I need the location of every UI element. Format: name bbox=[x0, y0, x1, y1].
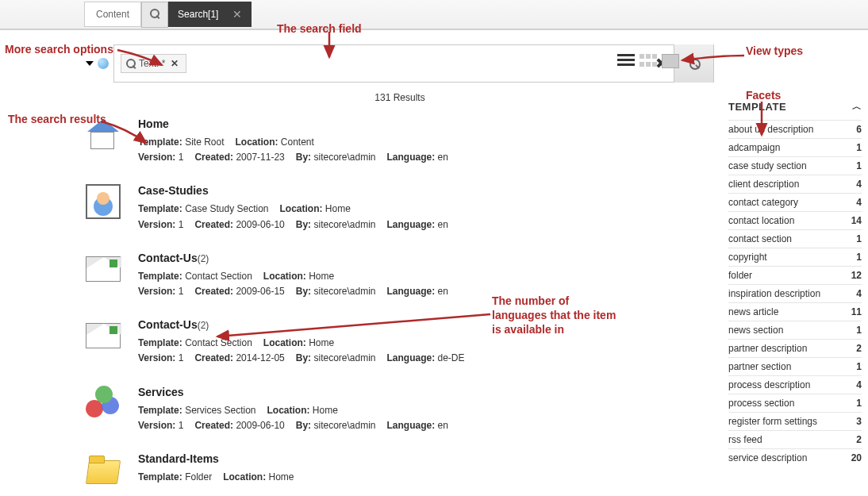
facet-count: 6 bbox=[856, 124, 862, 135]
facet-count: 1 bbox=[856, 398, 862, 409]
mail-icon bbox=[86, 323, 121, 348]
tab-search-label: Search[1] bbox=[178, 9, 218, 20]
home-icon bbox=[86, 117, 121, 152]
facet-item[interactable]: news article11 bbox=[728, 302, 862, 321]
facet-item[interactable]: news section1 bbox=[728, 321, 862, 339]
facet-label: partner description bbox=[728, 343, 807, 354]
facet-label: adcampaign bbox=[728, 142, 780, 153]
close-icon[interactable]: ✕ bbox=[232, 8, 242, 21]
facet-count: 2 bbox=[856, 343, 862, 354]
facet-item[interactable]: contact section1 bbox=[728, 229, 862, 248]
result-item[interactable]: Contact-Us(2)Template: Contact SectionLo… bbox=[86, 318, 714, 366]
tab-search-active[interactable]: Search[1] ✕ bbox=[168, 2, 252, 27]
facet-count: 4 bbox=[856, 379, 862, 390]
more-search-options-toggle[interactable] bbox=[86, 58, 109, 69]
facet-count: 1 bbox=[856, 361, 862, 372]
chevron-down-icon bbox=[86, 61, 94, 66]
facet-label: client description bbox=[728, 179, 799, 190]
facet-item[interactable]: process section1 bbox=[728, 394, 862, 412]
facet-item[interactable]: folder12 bbox=[728, 266, 862, 284]
facet-count: 1 bbox=[856, 160, 862, 171]
facet-item[interactable]: adcampaign1 bbox=[728, 138, 862, 156]
result-meta-line1: Template: Services SectionLocation: Home bbox=[138, 403, 714, 418]
facet-item[interactable]: case study section1 bbox=[728, 156, 862, 175]
view-list-button[interactable] bbox=[617, 54, 635, 68]
result-meta-line1: Template: Case Study SectionLocation: Ho… bbox=[138, 202, 714, 217]
facet-label: folder bbox=[728, 270, 752, 281]
results-list: HomeTemplate: Site RootLocation: Content… bbox=[86, 117, 714, 487]
result-meta-line2: Version: 1Created: 2009-06-10By: sitecor… bbox=[138, 418, 714, 433]
facet-label: about us description bbox=[728, 124, 813, 135]
facet-item[interactable]: contact category4 bbox=[728, 193, 862, 211]
view-card-button[interactable] bbox=[662, 54, 679, 68]
result-title: Home bbox=[138, 117, 714, 130]
result-item[interactable]: ServicesTemplate: Services SectionLocati… bbox=[86, 386, 714, 433]
result-item[interactable]: HomeTemplate: Site RootLocation: Content… bbox=[86, 117, 714, 165]
result-meta-line2: Version: 1Created: 2014-12-05By: sitecor… bbox=[138, 351, 714, 366]
facet-count: 4 bbox=[856, 288, 862, 299]
facet-item[interactable]: partner section1 bbox=[728, 357, 862, 375]
result-item[interactable]: Standard-ItemsTemplate: FolderLocation: … bbox=[86, 452, 714, 487]
facet-item[interactable]: process description4 bbox=[728, 375, 862, 394]
facet-count: 1 bbox=[856, 233, 862, 244]
result-item[interactable]: Case-StudiesTemplate: Case Study Section… bbox=[86, 184, 714, 232]
search-filter-chip[interactable]: Text: * ✕ bbox=[121, 54, 186, 73]
facet-count: 4 bbox=[856, 197, 862, 208]
facet-item[interactable]: partner description2 bbox=[728, 339, 862, 357]
view-grid-button[interactable] bbox=[639, 54, 657, 68]
facet-count: 1 bbox=[856, 252, 862, 263]
facet-count: 4 bbox=[856, 179, 862, 190]
chip-text: Text: * bbox=[139, 58, 165, 69]
facet-item[interactable]: service description20 bbox=[728, 448, 862, 467]
facet-count: 14 bbox=[851, 215, 862, 226]
result-meta-line2: Version: 1Created: 2009-06-15By: sitecor… bbox=[138, 284, 714, 299]
tab-search-iconbtn[interactable] bbox=[141, 2, 168, 28]
facet-label: register form settings bbox=[728, 416, 817, 427]
facet-title: TEMPLATE bbox=[728, 101, 786, 113]
chevron-up-icon: ︿ bbox=[852, 100, 862, 113]
facet-item[interactable]: copyright1 bbox=[728, 248, 862, 266]
result-title: Services bbox=[138, 386, 714, 398]
facet-item[interactable]: rss feed2 bbox=[728, 430, 862, 448]
facet-item[interactable]: register form settings3 bbox=[728, 412, 862, 430]
facet-label: contact section bbox=[728, 233, 792, 244]
facet-item[interactable]: client description4 bbox=[728, 175, 862, 193]
facet-label: contact location bbox=[728, 215, 794, 226]
facet-count: 3 bbox=[856, 416, 862, 427]
facet-label: process description bbox=[728, 379, 810, 390]
facet-count: 1 bbox=[856, 325, 862, 336]
search-icon bbox=[689, 59, 699, 68]
chip-remove-icon[interactable]: ✕ bbox=[168, 58, 181, 69]
search-input[interactable] bbox=[186, 45, 648, 82]
result-meta-line1: Template: Site RootLocation: Content bbox=[138, 135, 714, 150]
facet-label: service description bbox=[728, 452, 807, 463]
result-item[interactable]: Contact-Us(2)Template: Contact SectionLo… bbox=[86, 252, 714, 299]
facet-label: rss feed bbox=[728, 434, 762, 445]
search-button[interactable] bbox=[674, 44, 713, 83]
facet-count: 2 bbox=[856, 434, 862, 445]
result-title: Case-Studies bbox=[138, 184, 714, 197]
globe-icon bbox=[98, 58, 109, 69]
language-count: (2) bbox=[198, 320, 209, 331]
result-title: Contact-Us(2) bbox=[138, 252, 714, 264]
facet-count: 1 bbox=[856, 142, 862, 153]
facet-count: 11 bbox=[851, 306, 862, 317]
tab-content[interactable]: Content bbox=[84, 2, 141, 27]
facet-header[interactable]: TEMPLATE ︿ bbox=[728, 100, 862, 120]
facet-item[interactable]: contact location14 bbox=[728, 211, 862, 229]
search-icon bbox=[150, 9, 159, 18]
facet-label: copyright bbox=[728, 252, 767, 263]
facets-panel: TEMPLATE ︿ about us description6adcampai… bbox=[728, 44, 862, 496]
result-meta-line2: Version: 1Created: 2009-06-10By: sitecor… bbox=[138, 217, 714, 233]
results-count: 131 Results bbox=[86, 92, 714, 103]
result-meta-line1: Template: FolderLocation: Home bbox=[138, 470, 714, 485]
result-meta-line1: Template: Contact SectionLocation: Home bbox=[138, 336, 714, 351]
facet-label: case study section bbox=[728, 160, 807, 171]
language-count: (2) bbox=[198, 253, 209, 264]
facet-item[interactable]: inspiration description4 bbox=[728, 284, 862, 302]
result-meta-line1: Template: Contact SectionLocation: Home bbox=[138, 269, 714, 284]
result-meta-line2: Version: 1Created: 2007-11-23By: sitecor… bbox=[138, 150, 714, 165]
result-title: Standard-Items bbox=[138, 452, 714, 465]
facet-item[interactable]: about us description6 bbox=[728, 120, 862, 138]
top-tab-bar: Content Search[1] ✕ bbox=[0, 0, 868, 30]
